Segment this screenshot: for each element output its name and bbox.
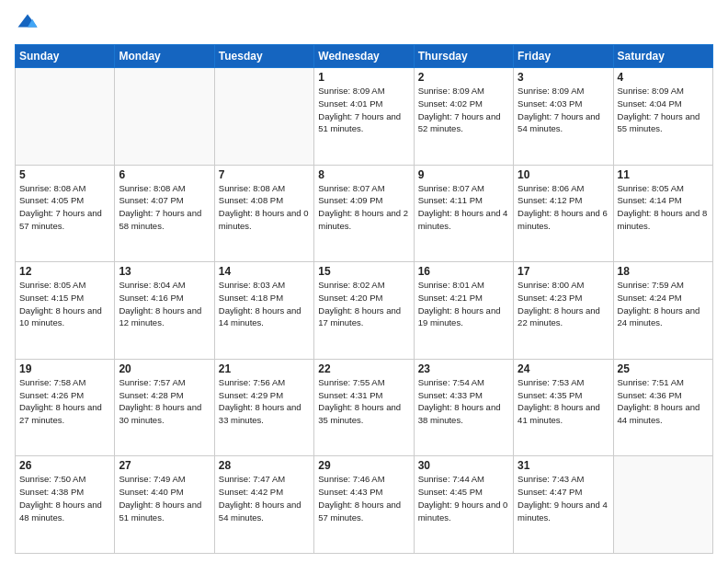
day-info: Sunrise: 8:05 AM Sunset: 4:15 PM Dayligh… bbox=[19, 279, 110, 329]
calendar-cell: 2Sunrise: 8:09 AM Sunset: 4:02 PM Daylig… bbox=[414, 68, 513, 166]
calendar-cell: 30Sunrise: 7:44 AM Sunset: 4:45 PM Dayli… bbox=[414, 456, 513, 554]
day-info: Sunrise: 7:57 AM Sunset: 4:28 PM Dayligh… bbox=[119, 376, 210, 427]
day-info: Sunrise: 8:05 AM Sunset: 4:14 PM Dayligh… bbox=[618, 182, 709, 233]
calendar-week-1: 1Sunrise: 8:09 AM Sunset: 4:01 PM Daylig… bbox=[16, 68, 713, 166]
calendar-cell: 29Sunrise: 7:46 AM Sunset: 4:43 PM Dayli… bbox=[314, 456, 414, 554]
calendar-cell bbox=[613, 456, 712, 554]
day-number: 19 bbox=[19, 362, 110, 375]
calendar-cell: 22Sunrise: 7:55 AM Sunset: 4:31 PM Dayli… bbox=[314, 359, 414, 456]
day-info: Sunrise: 7:50 AM Sunset: 4:38 PM Dayligh… bbox=[19, 473, 110, 523]
calendar-cell: 18Sunrise: 7:59 AM Sunset: 4:24 PM Dayli… bbox=[613, 262, 712, 360]
day-number: 17 bbox=[518, 265, 609, 278]
day-info: Sunrise: 8:09 AM Sunset: 4:03 PM Dayligh… bbox=[518, 85, 609, 135]
day-number: 20 bbox=[119, 362, 210, 375]
calendar-cell: 5Sunrise: 8:08 AM Sunset: 4:05 PM Daylig… bbox=[16, 165, 115, 262]
day-number: 9 bbox=[418, 168, 509, 181]
day-info: Sunrise: 7:56 AM Sunset: 4:29 PM Dayligh… bbox=[219, 376, 310, 427]
day-info: Sunrise: 8:07 AM Sunset: 4:09 PM Dayligh… bbox=[318, 182, 409, 233]
day-info: Sunrise: 8:08 AM Sunset: 4:08 PM Dayligh… bbox=[219, 182, 310, 233]
calendar-week-3: 12Sunrise: 8:05 AM Sunset: 4:15 PM Dayli… bbox=[16, 262, 713, 360]
calendar-cell: 4Sunrise: 8:09 AM Sunset: 4:04 PM Daylig… bbox=[613, 68, 712, 166]
calendar-cell: 24Sunrise: 7:53 AM Sunset: 4:35 PM Dayli… bbox=[514, 359, 613, 456]
day-number: 8 bbox=[318, 168, 409, 181]
day-info: Sunrise: 8:08 AM Sunset: 4:05 PM Dayligh… bbox=[19, 182, 110, 233]
logo-icon bbox=[15, 11, 40, 37]
day-info: Sunrise: 8:03 AM Sunset: 4:18 PM Dayligh… bbox=[219, 279, 310, 329]
calendar-cell: 17Sunrise: 8:00 AM Sunset: 4:23 PM Dayli… bbox=[514, 262, 613, 360]
calendar-cell: 3Sunrise: 8:09 AM Sunset: 4:03 PM Daylig… bbox=[514, 68, 613, 166]
day-number: 10 bbox=[518, 168, 609, 181]
day-header-friday: Friday bbox=[514, 45, 613, 68]
calendar-week-2: 5Sunrise: 8:08 AM Sunset: 4:05 PM Daylig… bbox=[16, 165, 713, 262]
day-header-tuesday: Tuesday bbox=[214, 45, 313, 68]
day-header-sunday: Sunday bbox=[16, 45, 115, 68]
calendar-cell: 25Sunrise: 7:51 AM Sunset: 4:36 PM Dayli… bbox=[613, 359, 712, 456]
day-number: 27 bbox=[119, 459, 210, 472]
day-info: Sunrise: 8:09 AM Sunset: 4:02 PM Dayligh… bbox=[418, 85, 509, 135]
calendar-table: SundayMondayTuesdayWednesdayThursdayFrid… bbox=[15, 44, 713, 554]
day-header-saturday: Saturday bbox=[613, 45, 712, 68]
day-info: Sunrise: 8:09 AM Sunset: 4:01 PM Dayligh… bbox=[318, 85, 409, 135]
day-number: 13 bbox=[119, 265, 210, 278]
calendar-week-5: 26Sunrise: 7:50 AM Sunset: 4:38 PM Dayli… bbox=[16, 456, 713, 554]
calendar-cell: 11Sunrise: 8:05 AM Sunset: 4:14 PM Dayli… bbox=[613, 165, 712, 262]
day-info: Sunrise: 7:43 AM Sunset: 4:47 PM Dayligh… bbox=[518, 473, 609, 523]
day-number: 30 bbox=[418, 459, 509, 472]
day-number: 2 bbox=[418, 71, 509, 84]
day-number: 28 bbox=[219, 459, 310, 472]
day-number: 14 bbox=[219, 265, 310, 278]
day-info: Sunrise: 7:54 AM Sunset: 4:33 PM Dayligh… bbox=[418, 376, 509, 427]
calendar-cell bbox=[214, 68, 313, 166]
day-info: Sunrise: 7:59 AM Sunset: 4:24 PM Dayligh… bbox=[618, 279, 709, 329]
day-info: Sunrise: 7:47 AM Sunset: 4:42 PM Dayligh… bbox=[219, 473, 310, 523]
calendar-cell bbox=[115, 68, 214, 166]
calendar-cell: 23Sunrise: 7:54 AM Sunset: 4:33 PM Dayli… bbox=[414, 359, 513, 456]
day-number: 18 bbox=[618, 265, 709, 278]
calendar-cell: 13Sunrise: 8:04 AM Sunset: 4:16 PM Dayli… bbox=[115, 262, 214, 360]
calendar-week-4: 19Sunrise: 7:58 AM Sunset: 4:26 PM Dayli… bbox=[16, 359, 713, 456]
day-number: 22 bbox=[318, 362, 409, 375]
page: SundayMondayTuesdayWednesdayThursdayFrid… bbox=[0, 0, 728, 563]
day-info: Sunrise: 8:02 AM Sunset: 4:20 PM Dayligh… bbox=[318, 279, 409, 329]
day-number: 7 bbox=[219, 168, 310, 181]
day-info: Sunrise: 8:04 AM Sunset: 4:16 PM Dayligh… bbox=[119, 279, 210, 329]
day-number: 5 bbox=[19, 168, 110, 181]
calendar-cell: 7Sunrise: 8:08 AM Sunset: 4:08 PM Daylig… bbox=[214, 165, 313, 262]
calendar-cell: 16Sunrise: 8:01 AM Sunset: 4:21 PM Dayli… bbox=[414, 262, 513, 360]
day-info: Sunrise: 8:09 AM Sunset: 4:04 PM Dayligh… bbox=[618, 85, 709, 135]
header bbox=[15, 11, 713, 37]
calendar-cell: 20Sunrise: 7:57 AM Sunset: 4:28 PM Dayli… bbox=[115, 359, 214, 456]
day-info: Sunrise: 7:49 AM Sunset: 4:40 PM Dayligh… bbox=[119, 473, 210, 523]
day-number: 15 bbox=[318, 265, 409, 278]
calendar-cell: 8Sunrise: 8:07 AM Sunset: 4:09 PM Daylig… bbox=[314, 165, 414, 262]
day-info: Sunrise: 8:08 AM Sunset: 4:07 PM Dayligh… bbox=[119, 182, 210, 233]
day-number: 4 bbox=[618, 71, 709, 84]
day-info: Sunrise: 7:51 AM Sunset: 4:36 PM Dayligh… bbox=[618, 376, 709, 427]
logo bbox=[15, 11, 44, 37]
day-header-monday: Monday bbox=[115, 45, 214, 68]
calendar-cell: 19Sunrise: 7:58 AM Sunset: 4:26 PM Dayli… bbox=[16, 359, 115, 456]
day-info: Sunrise: 8:07 AM Sunset: 4:11 PM Dayligh… bbox=[418, 182, 509, 233]
day-number: 3 bbox=[518, 71, 609, 84]
calendar-cell: 10Sunrise: 8:06 AM Sunset: 4:12 PM Dayli… bbox=[514, 165, 613, 262]
day-number: 23 bbox=[418, 362, 509, 375]
day-number: 12 bbox=[19, 265, 110, 278]
day-number: 31 bbox=[518, 459, 609, 472]
day-info: Sunrise: 7:58 AM Sunset: 4:26 PM Dayligh… bbox=[19, 376, 110, 427]
day-info: Sunrise: 8:00 AM Sunset: 4:23 PM Dayligh… bbox=[518, 279, 609, 329]
day-header-thursday: Thursday bbox=[414, 45, 513, 68]
day-number: 21 bbox=[219, 362, 310, 375]
day-number: 16 bbox=[418, 265, 509, 278]
day-info: Sunrise: 8:06 AM Sunset: 4:12 PM Dayligh… bbox=[518, 182, 609, 233]
calendar-cell: 21Sunrise: 7:56 AM Sunset: 4:29 PM Dayli… bbox=[214, 359, 313, 456]
calendar-cell: 14Sunrise: 8:03 AM Sunset: 4:18 PM Dayli… bbox=[214, 262, 313, 360]
day-number: 11 bbox=[618, 168, 709, 181]
calendar-cell: 9Sunrise: 8:07 AM Sunset: 4:11 PM Daylig… bbox=[414, 165, 513, 262]
calendar-cell: 26Sunrise: 7:50 AM Sunset: 4:38 PM Dayli… bbox=[16, 456, 115, 554]
calendar-cell: 1Sunrise: 8:09 AM Sunset: 4:01 PM Daylig… bbox=[314, 68, 414, 166]
day-number: 24 bbox=[518, 362, 609, 375]
day-info: Sunrise: 7:46 AM Sunset: 4:43 PM Dayligh… bbox=[318, 473, 409, 523]
calendar-cell: 6Sunrise: 8:08 AM Sunset: 4:07 PM Daylig… bbox=[115, 165, 214, 262]
day-number: 26 bbox=[19, 459, 110, 472]
calendar-cell bbox=[16, 68, 115, 166]
